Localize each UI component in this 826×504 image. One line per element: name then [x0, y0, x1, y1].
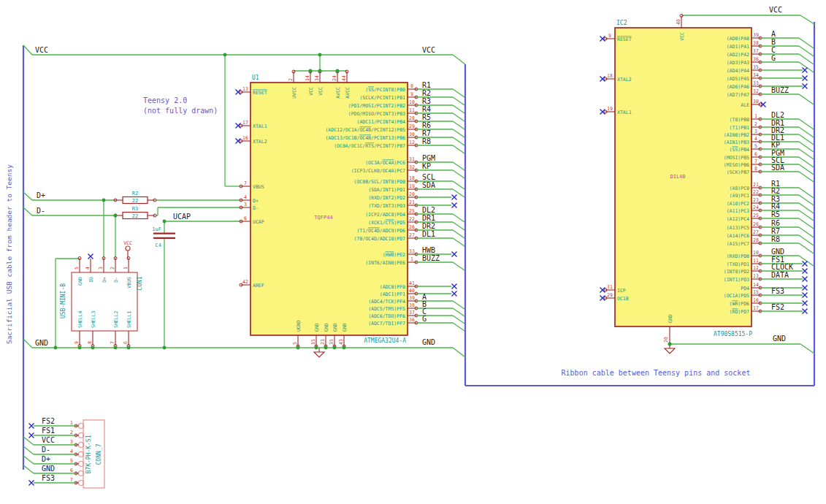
pin-number: 40: [676, 19, 681, 25]
component-ref[interactable]: CONN_7: [96, 443, 102, 465]
component-ref[interactable]: U1: [252, 75, 259, 81]
pin-name: GND: [77, 277, 83, 286]
component-ref[interactable]: C4: [156, 243, 161, 248]
pin-name: (TXD)PD1: [727, 261, 749, 267]
component-ref[interactable]: R2: [132, 191, 138, 196]
net-label[interactable]: G: [422, 315, 427, 323]
junction-dot: [163, 220, 167, 224]
net-label[interactable]: GND: [35, 339, 48, 347]
net-label[interactable]: BUZZ: [422, 254, 440, 262]
pin-number: 2: [70, 429, 73, 435]
pin-name: ID: [88, 277, 94, 283]
net-label[interactable]: R3: [422, 97, 431, 105]
junction-dot: [333, 346, 337, 350]
junction-dot: [668, 343, 672, 346]
net-label[interactable]: FS3: [42, 474, 55, 482]
pin-name: UCAP: [253, 219, 264, 225]
pin-number: 12: [409, 140, 415, 145]
net-label[interactable]: D-: [37, 207, 45, 215]
pin-number: 2: [288, 78, 294, 81]
net-label[interactable]: G: [771, 54, 776, 62]
net-label[interactable]: HWB: [422, 246, 435, 254]
component-value[interactable]: B7K-PH-K-S1: [85, 435, 92, 473]
net-label[interactable]: R2: [422, 89, 431, 97]
pin-name: SHELL1: [126, 310, 132, 328]
component-value[interactable]: 22: [132, 198, 138, 204]
net-label[interactable]: PGM: [422, 154, 435, 162]
net-label[interactable]: DL1: [422, 230, 435, 238]
net-label[interactable]: CLOCK: [771, 263, 793, 271]
net-label[interactable]: GND: [773, 335, 786, 343]
component-ref[interactable]: IC2: [616, 20, 627, 26]
pin-name: VCC: [679, 32, 685, 41]
pin-name: PD4: [741, 286, 749, 291]
net-label[interactable]: R8: [771, 235, 780, 243]
net-label[interactable]: R2: [771, 187, 780, 195]
pin-number: 31: [607, 284, 613, 290]
net-label[interactable]: R8: [422, 137, 431, 145]
net-label[interactable]: VCC: [769, 6, 782, 14]
component-value[interactable]: 1uF: [152, 226, 161, 232]
component-part: ATMEGA32U4-A: [364, 337, 406, 344]
net-label[interactable]: R1: [422, 81, 431, 89]
net-label[interactable]: DR2: [422, 222, 435, 230]
no-connect-x-icon: [803, 269, 808, 274]
net-label[interactable]: A: [771, 30, 776, 38]
net-label[interactable]: FS2: [42, 417, 55, 425]
net-label[interactable]: R5: [422, 113, 431, 121]
net-label[interactable]: VCC: [42, 436, 55, 444]
net-label[interactable]: VCC: [422, 46, 435, 54]
wire-segment: [453, 238, 464, 246]
net-label[interactable]: D+: [42, 455, 50, 463]
net-label[interactable]: VCC: [35, 46, 48, 54]
net-label[interactable]: SDA: [422, 181, 435, 189]
net-label[interactable]: UCAP: [173, 213, 191, 221]
net-label[interactable]: DL2: [422, 206, 435, 214]
component-value[interactable]: USB-MINI-B: [60, 283, 66, 318]
net-label[interactable]: R7: [771, 227, 780, 235]
net-label[interactable]: R4: [422, 105, 431, 113]
net-label[interactable]: R7: [422, 129, 431, 137]
net-label[interactable]: GND: [42, 465, 55, 473]
net-label[interactable]: R4: [771, 202, 780, 210]
pin-number: 43: [338, 339, 344, 345]
net-label[interactable]: FS2: [771, 303, 784, 311]
net-label[interactable]: D-: [42, 446, 50, 454]
net-label[interactable]: R5: [771, 210, 780, 218]
net-label[interactable]: DL2: [771, 111, 784, 119]
net-label[interactable]: FS3: [771, 287, 784, 295]
pin-number: 23: [320, 339, 326, 345]
wire-segment: [23, 437, 34, 445]
net-label[interactable]: KP: [422, 162, 431, 170]
pin-number: 13: [753, 273, 759, 279]
pin-number: 39: [409, 295, 415, 301]
net-label[interactable]: R6: [771, 219, 780, 227]
net-label[interactable]: GND: [771, 248, 784, 256]
net-label[interactable]: BUZZ: [771, 86, 789, 94]
pin-number: 27: [409, 232, 415, 238]
wire-segment: [23, 456, 34, 464]
net-label[interactable]: SDA: [771, 164, 784, 172]
component-ref[interactable]: R3: [132, 206, 138, 212]
net-label[interactable]: GND: [422, 338, 435, 346]
net-label[interactable]: DATA: [771, 271, 789, 279]
net-label[interactable]: DR1: [422, 214, 435, 222]
no-connect-x-icon: [803, 277, 808, 282]
pin-number: 44: [341, 75, 347, 81]
pin-number: 8: [410, 83, 413, 89]
component-ref[interactable]: CON1: [137, 276, 143, 290]
net-label[interactable]: KP: [771, 141, 780, 149]
net-label[interactable]: D+: [37, 191, 45, 199]
net-label[interactable]: R6: [422, 121, 431, 129]
pin-name: (AD3)PA3: [727, 60, 749, 66]
net-label[interactable]: C: [771, 46, 776, 54]
net-label[interactable]: B: [771, 38, 776, 46]
pin-name: D+: [253, 198, 259, 204]
net-label[interactable]: SCL: [422, 173, 435, 181]
pin-name: (A12)PC4: [727, 216, 749, 222]
component-value[interactable]: 22: [132, 213, 138, 219]
wire-segment: [453, 129, 464, 137]
no-connect-x-icon: [803, 293, 808, 298]
pin-name: (INT1)PD3: [724, 277, 749, 283]
net-label[interactable]: FS1: [42, 427, 55, 435]
